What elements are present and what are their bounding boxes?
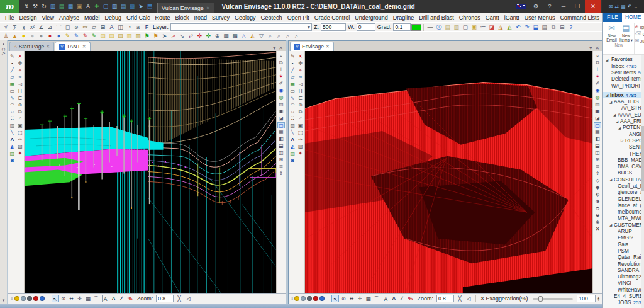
toolbar-icon[interactable]: ↷: [523, 23, 531, 31]
tab-home[interactable]: HOME: [622, 13, 644, 22]
quick-access-icon[interactable]: ⚒: [31, 3, 39, 9]
pane-minimize-icon[interactable]: ▾: [589, 45, 592, 51]
view-tool-icon[interactable]: ▣: [277, 108, 285, 115]
x-exaggeration-input[interactable]: [577, 295, 596, 302]
language-flag-icon[interactable]: [516, 4, 526, 9]
quick-access-icon[interactable]: ↻: [40, 3, 48, 9]
cad-tool-icon[interactable]: ▦: [289, 81, 296, 88]
cad-tool-icon[interactable]: ⧉: [297, 109, 304, 115]
cad-tool-icon[interactable]: ◭: [9, 144, 16, 150]
menu-item[interactable]: Block: [173, 14, 192, 21]
folder-row[interactable]: SENT_WELCO: [603, 144, 644, 151]
toolbar-icon[interactable]: ⊿: [46, 23, 54, 31]
cad-tool-icon[interactable]: ⬚: [297, 130, 304, 136]
view-tool-icon[interactable]: ⬓: [277, 143, 285, 149]
cad-tool-icon[interactable]: ▱: [9, 74, 16, 81]
status-tool-icon[interactable]: ⊕: [60, 295, 67, 302]
cad-tool-icon[interactable]: ✕: [297, 54, 304, 60]
layer-state-dot-icon[interactable]: [40, 296, 45, 301]
view-tool-icon[interactable]: ◆: [594, 185, 601, 191]
status-tool-icon[interactable]: A: [102, 295, 109, 302]
cad-tool-icon[interactable]: ▦: [9, 81, 16, 88]
status-tool-icon[interactable]: ⌒: [372, 295, 380, 302]
layer-state-dot-icon[interactable]: [21, 296, 26, 301]
toolbar-icon[interactable]: ▥: [452, 23, 460, 31]
cad-tool-icon[interactable]: ▨: [9, 123, 16, 129]
toolbar-icon[interactable]: ◻: [64, 23, 72, 31]
view-tool-icon[interactable]: ◍: [594, 94, 601, 101]
layer-state-dot-icon[interactable]: [33, 296, 38, 301]
status-tool-icon[interactable]: ⬌: [68, 295, 75, 302]
folder-row[interactable]: melbourne_rin: [603, 209, 644, 215]
status-tool-icon[interactable]: ◁: [465, 295, 472, 302]
folder-row[interactable]: WhiteHaven C: [603, 287, 644, 293]
view-tool-icon[interactable]: ◫: [594, 150, 601, 156]
cad-tool-icon[interactable]: ▤: [9, 151, 16, 157]
toolbar-icon[interactable]: ▽: [257, 32, 265, 40]
folder-row[interactable]: ◢ Inbox 4785: [603, 92, 644, 98]
view-tool-icon[interactable]: ⬙: [594, 212, 601, 219]
restore-button[interactable]: ❐: [571, 0, 584, 13]
cad-tool-icon[interactable]: ✎: [289, 54, 296, 60]
quick-access-icon[interactable]: ↯: [23, 3, 30, 9]
toolbar-icon[interactable]: ▤: [443, 23, 452, 31]
quick-access-icon[interactable]: ▣: [75, 3, 83, 9]
menu-item[interactable]: Grid Calc: [124, 14, 153, 21]
toolbar-icon[interactable]: ⊟: [558, 23, 566, 31]
menu-item[interactable]: Chronos: [457, 14, 483, 21]
status-tool-icon[interactable]: ⊕: [340, 295, 347, 302]
toolbar-icon[interactable]: ✛: [196, 32, 204, 40]
view-tool-icon[interactable]: ◫: [277, 150, 285, 156]
expand-arrow-icon[interactable]: ◢: [609, 223, 614, 227]
z-input[interactable]: [321, 23, 346, 31]
toolbar-icon[interactable]: ✎: [81, 32, 89, 40]
drag-grip-icon[interactable]: ⁞⁞: [291, 296, 292, 302]
menu-item[interactable]: User Menus: [522, 14, 558, 21]
expand-arrow-icon[interactable]: ◢: [613, 113, 618, 117]
cad-tool-icon[interactable]: ✦: [297, 151, 304, 157]
quick-access-icon[interactable]: ➤: [137, 3, 145, 9]
view-tool-icon[interactable]: ◧: [594, 136, 601, 142]
toolbar-icon[interactable]: ⚑: [152, 32, 160, 40]
toolbar-icon[interactable]: ∠: [37, 23, 45, 31]
cad-tool-icon[interactable]: ⠿: [289, 116, 296, 122]
cad-tool-icon[interactable]: ▣: [297, 123, 304, 129]
cad-tool-icon[interactable]: ⊏: [16, 95, 23, 101]
dock-scroll-up-icon[interactable]: ▴: [3, 42, 5, 47]
cad-tool-icon[interactable]: ✑: [297, 137, 304, 143]
toolbar-icon[interactable]: ⊞: [99, 23, 107, 31]
tab-close-icon[interactable]: ✕: [326, 44, 330, 49]
close-button[interactable]: ✕: [585, 0, 601, 13]
tab-start-page[interactable]: ⌂ Start Page ✕: [9, 42, 54, 51]
view-tool-icon[interactable]: ⧉: [277, 60, 285, 66]
folder-row[interactable]: VINCI: [603, 280, 644, 287]
toolbar-icon[interactable]: ↗: [169, 32, 177, 40]
folder-row[interactable]: BMA_CAVAL_RI: [603, 163, 644, 169]
quick-access-icon[interactable]: A: [84, 3, 92, 9]
expand-arrow-icon[interactable]: ◢: [606, 93, 610, 97]
geology-section-scene[interactable]: [25, 51, 276, 293]
cad-tool-icon[interactable]: •: [9, 60, 16, 67]
outlook-quick-access-icon[interactable]: ↶: [628, 4, 632, 9]
view-tool-icon[interactable]: ▣: [594, 108, 601, 115]
view-tool-icon[interactable]: ▢: [277, 122, 285, 128]
toolbar-icon[interactable]: ≔: [479, 23, 487, 31]
cad-tool-icon[interactable]: ╱: [9, 67, 16, 74]
x-exaggeration-slider[interactable]: [533, 298, 573, 300]
expand-arrow-icon[interactable]: ▷: [621, 139, 625, 142]
right-viewport-canvas[interactable]: ✎•╱▱▦▭∿◠○⠿▨╲A◭▤◙ ✕✛⌖≈◅H⊏⊕⧉◜▣⬚✑▧✦ ⌕⧉⟂✶✐◉◍…: [289, 51, 602, 293]
expand-arrow-icon[interactable]: ◢: [609, 178, 614, 181]
toolbar-icon[interactable]: a: [134, 23, 142, 31]
toolbar-icon[interactable]: ▤: [99, 32, 107, 40]
folder-row[interactable]: BBB_MADAM_2: [603, 157, 644, 163]
toolbar-icon[interactable]: ▥: [125, 32, 133, 40]
view-tool-icon[interactable]: ◧: [277, 136, 285, 142]
cad-tool-icon[interactable]: ○: [289, 109, 296, 115]
menu-item[interactable]: Analyse: [57, 14, 82, 21]
toolbar-icon[interactable]: ▦: [222, 32, 230, 40]
cad-tool-icon[interactable]: ✎: [9, 54, 16, 60]
pane-minimize-icon[interactable]: ▾: [273, 45, 275, 51]
cad-tool-icon[interactable]: ⊏: [297, 95, 304, 101]
ribbon-mini-button[interactable]: ☒ Junk: [635, 38, 644, 43]
view-tool-icon[interactable]: ✕: [594, 226, 601, 232]
